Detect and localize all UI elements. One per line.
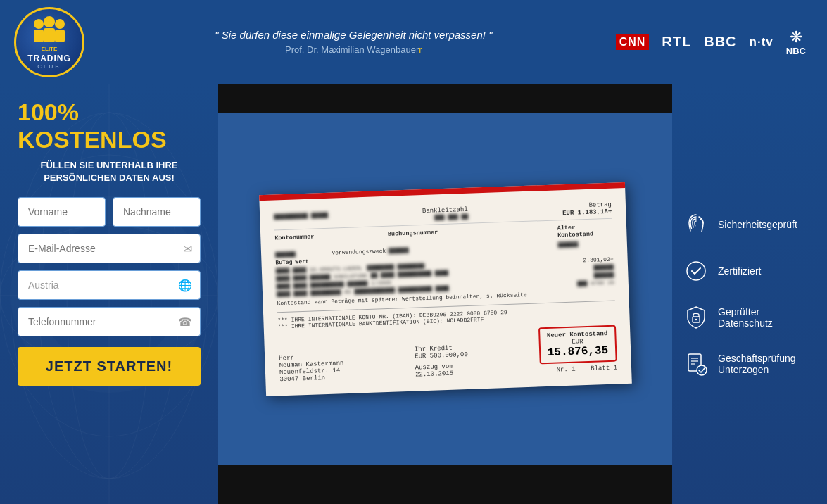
nr-value: 1 bbox=[572, 365, 576, 372]
country-group: 🌐 bbox=[18, 270, 201, 300]
svg-rect-5 bbox=[55, 30, 65, 42]
trust-label-privacy: Geprüfter Datenschutz bbox=[718, 306, 816, 329]
phone-input[interactable] bbox=[18, 307, 201, 336]
svg-rect-1 bbox=[34, 30, 44, 42]
wert-label: Wert bbox=[295, 258, 309, 265]
media-logos: CNN RTL BBC n·tv ❋ NBC bbox=[616, 28, 813, 56]
kontonummer-label: Kontonummer bbox=[274, 232, 330, 248]
trust-item-certified: Zertifiziert bbox=[683, 258, 816, 284]
svg-point-14 bbox=[687, 262, 705, 280]
bank-image-container: ██████████ █████ Bankleitzahl ███ ███ ██… bbox=[218, 84, 672, 504]
logo-trading-text: TRADING bbox=[27, 53, 71, 63]
lock-shield-icon bbox=[683, 304, 709, 331]
new-balance-amount: 15.876,35 bbox=[547, 344, 608, 358]
ntv-logo: n·tv bbox=[750, 35, 774, 49]
tagline-quote: " Sie dürfen diese einmalige Gelegenheit… bbox=[91, 29, 616, 41]
bank-statement-area: ██████████ █████ Bankleitzahl ███ ███ ██… bbox=[218, 113, 672, 465]
trust-label-security: Sicherheitsgeprüft bbox=[718, 219, 797, 230]
bank-footer-middle: Ihr Kredit EUR 500.000,00 Auszug vom 22.… bbox=[414, 344, 468, 378]
email-icon: ✉ bbox=[183, 242, 192, 256]
fingerprint-icon bbox=[683, 211, 709, 238]
center-panel: ██████████ █████ Bankleitzahl ███ ███ ██… bbox=[218, 84, 672, 504]
svg-point-0 bbox=[34, 19, 44, 29]
new-balance-box: Neuer Kontostand EUR 15.876,35 bbox=[538, 325, 617, 364]
phone-group: ☎ bbox=[18, 307, 201, 336]
bank-statement: ██████████ █████ Bankleitzahl ███ ███ ██… bbox=[259, 182, 632, 396]
svg-text:ELITE: ELITE bbox=[42, 46, 58, 52]
trust-item-business: Geschäftsprüfung Unterzogen bbox=[683, 351, 816, 377]
lastname-input[interactable] bbox=[113, 197, 201, 227]
nbc-logo: ❋ NBC bbox=[786, 28, 806, 56]
email-group: ✉ bbox=[18, 234, 201, 263]
firstname-input[interactable] bbox=[18, 197, 106, 227]
right-panel: Sicherheitsgeprüft Zertifiziert bbox=[672, 84, 827, 504]
country-input[interactable] bbox=[18, 270, 201, 300]
trust-item-security: Sicherheitsgeprüft bbox=[683, 211, 816, 238]
trust-label-certified: Zertifiziert bbox=[718, 265, 761, 277]
svg-point-4 bbox=[55, 19, 65, 29]
email-input[interactable] bbox=[18, 234, 201, 263]
rtl-logo: RTL bbox=[662, 34, 691, 50]
blatt-section: Nr. 1 Blatt 1 bbox=[539, 364, 617, 374]
black-bar-bottom bbox=[218, 465, 672, 504]
tagline-area: " Sie dürfen diese einmalige Gelegenheit… bbox=[91, 29, 616, 55]
trust-item-privacy: Geprüfter Datenschutz bbox=[683, 304, 816, 331]
logo-figures-icon: ELITE bbox=[25, 14, 74, 56]
document-check-icon bbox=[683, 351, 709, 377]
black-bar-top bbox=[218, 84, 672, 113]
alter-kontostand-label: Alter Kontostand bbox=[557, 222, 612, 239]
header: ELITE TRADING CLUB " Sie dürfen diese ei… bbox=[0, 0, 827, 84]
blatt-label: Blatt bbox=[591, 364, 610, 372]
name-row bbox=[18, 197, 201, 227]
nbc-peacock-icon: ❋ bbox=[790, 28, 802, 46]
bank-footer-left: Herr Neuman Kastermann Neuenfeldstr. 14 … bbox=[279, 353, 344, 383]
logo-circle: ELITE TRADING CLUB bbox=[14, 7, 84, 77]
tagline-author: Prof. Dr. Maximilian Wagenbauerr bbox=[91, 44, 616, 55]
bank-footer: Herr Neuman Kastermann Neuenfeldstr. 14 … bbox=[278, 325, 617, 383]
svg-point-16 bbox=[695, 319, 697, 320]
author-highlight: r bbox=[419, 44, 422, 55]
fill-label: FÜLLEN SIE UNTERHALB IHREPERSÖNLICHEN DA… bbox=[18, 159, 201, 184]
left-panel: 100% KOSTENLOS FÜLLEN SIE UNTERHALB IHRE… bbox=[0, 84, 218, 504]
logo-area: ELITE TRADING CLUB bbox=[14, 7, 91, 77]
cnn-logo: CNN bbox=[616, 34, 650, 50]
nr-label: Nr. bbox=[556, 366, 568, 374]
bank-footer-right: Neuer Kontostand EUR 15.876,35 Nr. 1 Bla… bbox=[538, 325, 617, 374]
blatt-value: 1 bbox=[613, 364, 617, 371]
svg-point-21 bbox=[697, 365, 707, 375]
auszug-date: 22.10.2015 bbox=[415, 369, 468, 378]
svg-rect-3 bbox=[44, 28, 55, 42]
kredit-value: EUR 500.000,00 bbox=[415, 351, 468, 360]
butag-label: BuTag bbox=[275, 258, 292, 265]
logo-club-text: CLUB bbox=[27, 63, 71, 70]
phone-icon: ☎ bbox=[178, 315, 192, 329]
free-label: 100% KOSTENLOS bbox=[18, 99, 201, 153]
verwendungszweck-label: Verwendungszweck bbox=[332, 247, 387, 256]
trust-label-business: Geschäftsprüfung Unterzogen bbox=[718, 353, 816, 375]
svg-point-2 bbox=[44, 16, 55, 27]
submit-button[interactable]: JETZT STARTEN! bbox=[18, 347, 201, 386]
bbc-logo: BBC bbox=[704, 34, 736, 50]
check-shield-icon bbox=[683, 258, 709, 284]
main-content: 100% KOSTENLOS FÜLLEN SIE UNTERHALB IHRE… bbox=[0, 84, 827, 504]
globe-icon: 🌐 bbox=[178, 279, 192, 292]
betrag-value: EUR 1.183,18+ bbox=[562, 208, 612, 216]
buchungsnummer-label: Buchungsnummer bbox=[387, 229, 443, 245]
